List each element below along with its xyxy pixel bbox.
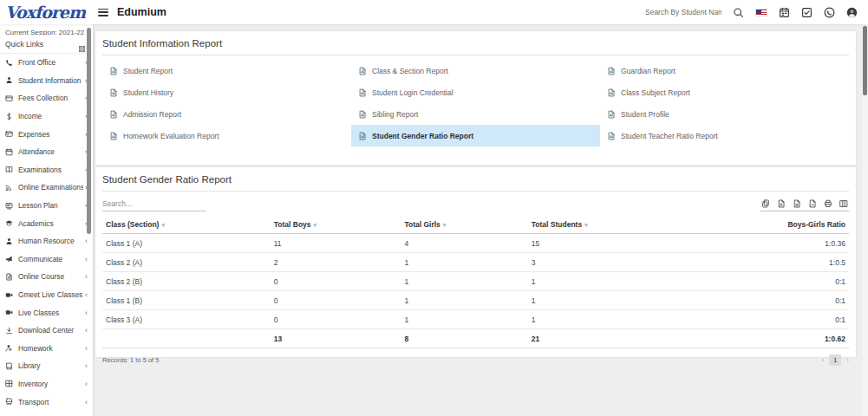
sort-icon: ▾: [584, 222, 588, 228]
chevron-icon: ‹: [85, 272, 88, 281]
sidebar-item-attendance[interactable]: Attendance‹: [0, 143, 93, 161]
tasks-checkbox-icon[interactable]: [801, 7, 813, 18]
sidebar-item-homework[interactable]: Homework‹: [0, 340, 93, 358]
signal-icon: [5, 184, 13, 192]
sidebar-item-live-classes[interactable]: Live Classes‹: [0, 303, 93, 322]
link-student-gender-ratio-report[interactable]: Student Gender Ratio Report: [351, 125, 600, 146]
sidebar-item-fees-collection[interactable]: Fees Collection‹: [0, 89, 93, 107]
link-student-teacher-ratio-report[interactable]: Student Teacher Ratio Report: [600, 125, 849, 146]
col-class-section[interactable]: Class (Section)▾: [102, 215, 271, 234]
table-row[interactable]: Class 2 (A)2131:0.5: [102, 253, 849, 272]
table-row[interactable]: Class 1 (A)114151:0.36: [102, 234, 849, 253]
sidebar-item-transport[interactable]: Transport‹: [0, 393, 93, 411]
page-scrollbar[interactable]: [862, 24, 868, 416]
table-row[interactable]: Class 2 (B)0110:1: [102, 272, 849, 291]
file-icon: [358, 132, 367, 140]
sidebar-item-download-center[interactable]: Download Center‹: [0, 322, 93, 340]
column-visibility-icon[interactable]: [839, 199, 848, 208]
document-icon: [5, 273, 13, 281]
book-icon: [5, 362, 13, 370]
sidebar-item-front-office[interactable]: Front Office‹: [0, 54, 93, 72]
col-total-students[interactable]: Total Students▾: [528, 215, 700, 234]
sidebar-item-expenses[interactable]: Expenses‹: [0, 125, 93, 143]
file-icon: [607, 67, 616, 75]
sidebar-scrollbar[interactable]: [87, 28, 91, 234]
sidebar-item-lesson-plan[interactable]: Lesson Plan‹: [0, 197, 93, 215]
link-student-report[interactable]: Student Report: [102, 60, 351, 81]
student-search-input[interactable]: [645, 8, 721, 16]
sidebar-item-inventory[interactable]: Inventory‹: [0, 375, 93, 393]
sort-icon: ▾: [314, 222, 317, 228]
table-row[interactable]: Class 3 (A)0110:1: [102, 310, 849, 329]
phone-circle-icon[interactable]: [824, 7, 835, 18]
table-toolbar: [102, 198, 849, 211]
sidebar-item-online-course[interactable]: Online Course‹: [0, 268, 93, 286]
chevron-icon: ‹: [85, 237, 88, 245]
app-title: Edumium: [117, 6, 166, 18]
chevron-icon: ‹: [85, 344, 88, 353]
quick-links[interactable]: Quick Links: [0, 38, 93, 54]
header-actions: [645, 7, 868, 18]
sidebar-item-gmeet-live-classes[interactable]: Gmeet Live Classes‹: [0, 286, 93, 304]
table-row[interactable]: Class 1 (B)0110:1: [102, 291, 849, 310]
student-gender-ratio-panel: Student Gender Ratio Report Class (Secti…: [95, 167, 856, 357]
file-icon: [358, 67, 367, 75]
link-guardian-report[interactable]: Guardian Report: [600, 60, 849, 81]
gender-ratio-table: Class (Section)▾ Total Boys▾ Total Girls…: [102, 215, 849, 348]
person-icon: [5, 237, 13, 245]
sidebar-item-income[interactable]: Income‹: [0, 107, 93, 126]
file-icon: [358, 88, 367, 97]
calendar-icon: [5, 148, 13, 156]
grid-icon[interactable]: [78, 41, 86, 49]
link-sibling-report[interactable]: Sibling Report: [351, 103, 600, 125]
language-flag-icon[interactable]: [755, 9, 767, 16]
link-homework-evaluation-report[interactable]: Homework Evaluation Report: [102, 125, 351, 146]
sidebar-item-academics[interactable]: Academics‹: [0, 214, 93, 232]
link-student-login-credential[interactable]: Student Login Credential: [351, 81, 600, 103]
table-header-row: Class (Section)▾ Total Boys▾ Total Girls…: [102, 215, 849, 234]
person-icon: [5, 76, 13, 84]
link-admission-report[interactable]: Admission Report: [102, 103, 351, 125]
records-info: Records: 1 to 5 of 5: [102, 356, 159, 364]
col-total-boys[interactable]: Total Boys▾: [271, 215, 401, 234]
box-icon: [5, 380, 13, 387]
hamburger-menu-icon[interactable]: [98, 9, 108, 16]
sidebar-item-student-information[interactable]: Student Information‹: [0, 72, 93, 90]
sidebar-item-library[interactable]: Library‹: [0, 357, 93, 375]
chevron-icon: ‹: [85, 309, 88, 317]
student-information-report-panel: Student Information Report Student Repor…: [95, 31, 856, 165]
sidebar-item-examinations[interactable]: Examinations‹: [0, 161, 93, 179]
link-class-subject-report[interactable]: Class Subject Report: [600, 81, 849, 103]
export-buttons: [760, 199, 849, 211]
col-boys-girls-ratio[interactable]: Boys-Girls Ratio: [700, 215, 849, 234]
print-icon[interactable]: [824, 199, 832, 208]
sidebar-item-communicate[interactable]: Communicate‹: [0, 250, 93, 269]
table-footer: Records: 1 to 5 of 5 ‹ 1 ›: [102, 354, 849, 366]
file-icon: [109, 67, 118, 75]
sidebar-item-online-examinations[interactable]: Online Examinations‹: [0, 179, 93, 197]
chevron-icon: ‹: [85, 398, 88, 406]
link-class-section-report[interactable]: Class & Section Report: [351, 60, 600, 81]
main-content: Student Information Report Student Repor…: [93, 24, 868, 416]
user-avatar[interactable]: [846, 7, 858, 18]
table-search-input[interactable]: [102, 198, 206, 211]
sidebar-item-human-resource[interactable]: Human Resource‹: [0, 232, 93, 250]
link-student-history[interactable]: Student History: [102, 81, 351, 103]
video-icon: [5, 291, 13, 299]
col-total-girls[interactable]: Total Girls▾: [401, 215, 527, 234]
chevron-icon: ‹: [85, 290, 88, 299]
pdf-export-icon[interactable]: [808, 199, 817, 208]
copy-icon[interactable]: [761, 199, 770, 208]
prev-page-button[interactable]: ‹: [822, 356, 825, 364]
csv-export-icon[interactable]: [793, 199, 801, 208]
link-student-profile[interactable]: Student Profile: [600, 103, 849, 125]
next-page-button[interactable]: ›: [846, 356, 849, 364]
video-icon: [5, 309, 13, 316]
excel-export-icon[interactable]: [777, 199, 786, 208]
phone-icon: [5, 59, 13, 67]
wallet-icon: [5, 130, 13, 138]
page-number-button[interactable]: 1: [829, 354, 841, 366]
calendar-icon[interactable]: [779, 7, 790, 18]
search-icon[interactable]: [733, 7, 744, 18]
table-totals-row: 138211:0.62: [102, 329, 849, 348]
